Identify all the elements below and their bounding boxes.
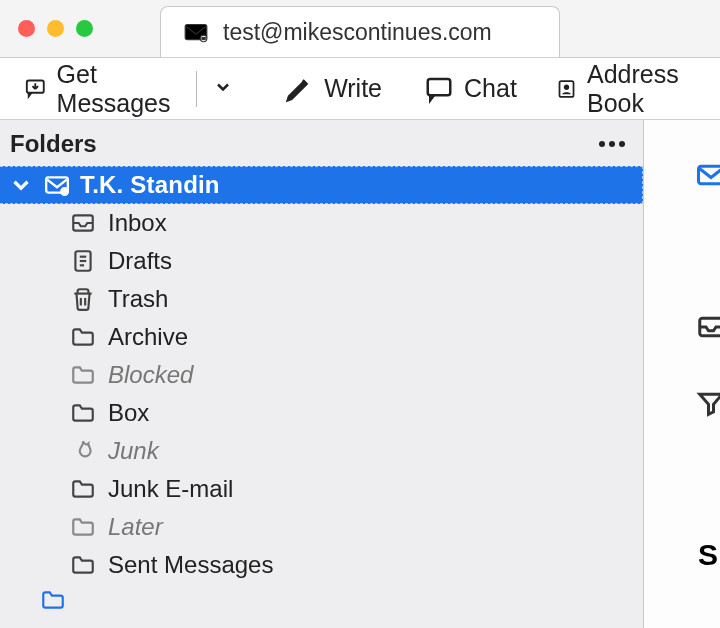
partial-heading: S	[698, 538, 718, 572]
chat-icon	[424, 74, 454, 104]
address-book-icon	[556, 74, 577, 104]
chat-label: Chat	[464, 74, 517, 103]
folder-pane: Folders T.K. Standin InboxDraftsTrashArc…	[0, 120, 644, 628]
write-label: Write	[324, 74, 382, 103]
close-window-button[interactable]	[18, 20, 35, 37]
folder-label: Box	[108, 399, 149, 427]
funnel-icon	[696, 388, 720, 422]
folder-icon	[70, 400, 96, 426]
minimize-window-button[interactable]	[47, 20, 64, 37]
folder-label: Drafts	[108, 247, 172, 275]
maximize-window-button[interactable]	[76, 20, 93, 37]
flame-icon	[70, 438, 96, 464]
folder-row[interactable]: Junk E-mail	[0, 470, 643, 508]
pencil-icon	[284, 74, 314, 104]
get-messages-icon	[24, 74, 47, 104]
folder-label: Junk	[108, 437, 159, 465]
folder-icon	[70, 362, 96, 388]
folder-row[interactable]: Sent Messages	[0, 546, 643, 584]
folder-label: Trash	[108, 285, 168, 313]
write-button[interactable]: Write	[274, 70, 392, 108]
folder-row[interactable]: Blocked	[0, 356, 643, 394]
folder-row[interactable]	[0, 584, 643, 618]
window-controls	[0, 0, 160, 57]
folder-tree: T.K. Standin InboxDraftsTrashArchiveBloc…	[0, 166, 643, 618]
address-book-label: Address Book	[587, 60, 696, 118]
folder-row[interactable]: Later	[0, 508, 643, 546]
folder-pane-header: Folders	[0, 120, 643, 166]
folder-row[interactable]: Trash	[0, 280, 643, 318]
folder-icon	[70, 476, 96, 502]
folder-icon	[70, 324, 96, 350]
titlebar: test@mikescontinues.com	[0, 0, 720, 58]
get-messages-label: Get Messages	[57, 60, 178, 118]
folder-label: Inbox	[108, 209, 167, 237]
folder-label: Sent Messages	[108, 551, 273, 579]
account-name: T.K. Standin	[80, 171, 220, 199]
tab-account[interactable]: test@mikescontinues.com	[160, 6, 560, 57]
folder-icon	[40, 587, 66, 613]
expand-toggle-icon	[8, 172, 34, 198]
envelope-icon	[696, 160, 720, 194]
folder-pane-title: Folders	[10, 130, 97, 158]
folder-row[interactable]: Drafts	[0, 242, 643, 280]
get-messages-dropdown[interactable]	[205, 70, 241, 107]
toolbar-separator	[196, 71, 197, 107]
inbox-icon	[70, 210, 96, 236]
drafts-icon	[70, 248, 96, 274]
envelope-lock-icon	[183, 19, 209, 45]
folder-label: Junk E-mail	[108, 475, 233, 503]
folder-label: Archive	[108, 323, 188, 351]
main-area: Folders T.K. Standin InboxDraftsTrashArc…	[0, 120, 720, 628]
get-messages-button[interactable]: Get Messages	[14, 56, 188, 122]
folder-label: Blocked	[108, 361, 193, 389]
message-pane-sliver: S	[644, 120, 720, 628]
trash-icon	[70, 286, 96, 312]
tab-title: test@mikescontinues.com	[223, 19, 492, 46]
account-row[interactable]: T.K. Standin	[0, 166, 643, 204]
account-mail-icon	[44, 172, 70, 198]
folder-label: Later	[108, 513, 163, 541]
toolbar: Get Messages Write Chat Address Book	[0, 58, 720, 120]
chevron-down-icon	[213, 77, 233, 97]
chat-button[interactable]: Chat	[414, 70, 527, 108]
folder-row[interactable]: Archive	[0, 318, 643, 356]
folder-row[interactable]: Box	[0, 394, 643, 432]
folder-row[interactable]: Junk	[0, 432, 643, 470]
inbox-icon	[696, 312, 720, 346]
folder-pane-options-button[interactable]	[599, 141, 625, 147]
folder-icon	[70, 514, 96, 540]
folder-row[interactable]: Inbox	[0, 204, 643, 242]
folder-icon	[70, 552, 96, 578]
address-book-button[interactable]: Address Book	[546, 56, 706, 122]
